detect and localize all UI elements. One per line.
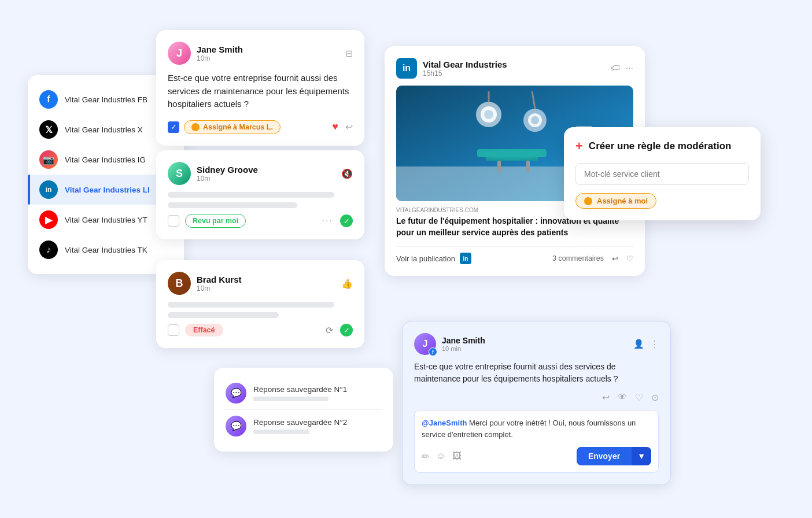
brad-avatar: B: [168, 272, 191, 295]
jb-header: J f Jane Smith 10 min 👤 ⋮: [414, 333, 659, 355]
brad-user-info: Brad Kurst 10m: [197, 275, 242, 293]
text-line-brad-1: [168, 302, 334, 308]
card-sidney-header: S Sidney Groove 10m 🔇: [168, 162, 353, 185]
sidebar-label-li: Vital Gear Industries LI: [65, 186, 150, 194]
saved-line-1: [253, 397, 329, 401]
mute-icon[interactable]: 🔇: [341, 168, 353, 179]
mod-plus-icon: +: [575, 139, 583, 154]
check-checkbox[interactable]: ✓: [168, 121, 179, 133]
card-moderation-rule: + Créer une règle de modération Assigné …: [564, 127, 761, 220]
assigned-label: Assigné à Marcus L.: [203, 123, 273, 131]
li-voir-logo: in: [460, 253, 471, 264]
refresh-icon[interactable]: ⟳: [326, 325, 333, 336]
sidney-user-info: Sidney Groove 10m: [197, 165, 258, 183]
card-jane-bottom: J f Jane Smith 10 min 👤 ⋮ Est-ce que vot…: [402, 321, 671, 485]
li-like-icon[interactable]: ♡: [626, 254, 633, 263]
card-sidney-footer: Revu par moi ··· ✓: [168, 214, 353, 228]
more-options-icon[interactable]: ···: [322, 216, 333, 226]
x-avatar-icon: 𝕏: [39, 120, 58, 139]
jb-header-icons: 👤 ⋮: [633, 339, 659, 349]
done-check-icon[interactable]: ✓: [340, 214, 353, 227]
saved-line-2: [253, 430, 309, 434]
saved-label-2: Réponse sauvegardée N°2: [253, 418, 347, 427]
ig-avatar-icon: 📷: [39, 150, 58, 169]
jb-user-time: 10 min: [442, 345, 485, 352]
jb-message: Est-ce que votre entreprise fournit auss…: [414, 361, 659, 385]
reviewed-badge[interactable]: Revu par moi: [185, 214, 246, 228]
jb-send-dropdown[interactable]: ▼: [632, 447, 651, 465]
text-line-brad-2: [168, 312, 279, 318]
jb-user-icon[interactable]: 👤: [633, 339, 644, 349]
jb-avatar-wrap: J f: [414, 333, 436, 355]
sidebar-item-tk[interactable]: ♪ Vital Gear Industries TK: [28, 235, 184, 265]
brad-user: B Brad Kurst 10m: [168, 272, 242, 295]
li-brand-name: Vital Gear Industries: [423, 60, 507, 69]
card-jane-header: J Jane Smith 10m ⊟: [168, 42, 353, 65]
jb-emoji-icon[interactable]: ☺: [436, 451, 445, 462]
jb-mention: @JaneSmith: [422, 419, 467, 427]
jane-time: 10m: [197, 54, 243, 62]
mod-assignee-dot: [584, 197, 592, 205]
li-voir-publication[interactable]: Voir la publication in: [396, 253, 471, 264]
mod-keyword-input[interactable]: [575, 163, 749, 185]
saved-response-2-info: Réponse sauvegardée N°2: [253, 418, 347, 434]
card-options-icon[interactable]: ⊟: [345, 48, 353, 59]
li-more-icon[interactable]: ···: [626, 63, 633, 73]
mod-assigned-badge[interactable]: Assigné à moi: [575, 193, 656, 209]
jb-hide-icon[interactable]: 👁: [618, 392, 627, 403]
li-header-icons: 🏷 ···: [611, 63, 633, 73]
card-jane-comment: J Jane Smith 10m ⊟ Est-ce que votre entr…: [156, 30, 364, 146]
jb-reply-text: @JaneSmith Merci pour votre inétrêt ! Ou…: [422, 417, 651, 440]
svg-point-12: [531, 116, 539, 124]
sidebar-label-tk: Vital Gear Industries TK: [65, 246, 147, 254]
assignee-dot: [191, 123, 200, 131]
li-tag-icon[interactable]: 🏷: [611, 63, 620, 73]
jb-send-button[interactable]: Envoyer: [577, 447, 632, 465]
jb-like-icon[interactable]: ♡: [635, 392, 643, 403]
assigned-badge[interactable]: Assigné à Marcus L.: [184, 120, 280, 134]
active-indicator: [28, 175, 30, 205]
li-stats: 3 commentaires ↩ ♡: [552, 254, 633, 263]
card-sidney-comment: S Sidney Groove 10m 🔇 Revu par moi ··· ✓: [156, 150, 364, 239]
sidney-checkbox[interactable]: [168, 215, 179, 227]
brad-checkbox[interactable]: [168, 324, 179, 336]
li-comments-count: 3 commentaires: [552, 254, 604, 262]
li-post-header: in Vital Gear Industries 15h15 🏷 ···: [396, 58, 633, 79]
sidney-avatar: S: [168, 162, 191, 185]
jb-action-icons: ↩ 👁 ♡ ⊙: [414, 392, 659, 403]
svg-point-16: [480, 150, 544, 160]
card-jane-user: J Jane Smith 10m: [168, 42, 243, 65]
brad-done-check-icon[interactable]: ✓: [340, 324, 353, 336]
tk-avatar-icon: ♪: [39, 240, 58, 259]
thumbsup-icon[interactable]: 👍: [341, 278, 353, 289]
saved-response-2[interactable]: 💬 Réponse sauvegardée N°2: [226, 410, 382, 442]
heart-icon[interactable]: ♥: [332, 121, 338, 133]
li-brand-info: in Vital Gear Industries 15h15: [396, 58, 507, 79]
reply-icon[interactable]: ↩: [345, 121, 353, 132]
fb-avatar-icon: f: [39, 90, 58, 109]
saved-avatar-2: 💬: [226, 416, 246, 436]
saved-avatar-1: 💬: [226, 383, 246, 404]
card-jane-footer: ✓ Assigné à Marcus L. ♥ ↩: [168, 120, 353, 134]
li-voir-label: Voir la publication: [396, 254, 455, 263]
jb-compose-icon[interactable]: ✏: [422, 451, 429, 462]
sidebar-label-x: Vital Gear Industries X: [65, 125, 143, 134]
jb-compose-icons: ✏ ☺ 🖼: [422, 451, 462, 462]
jb-image-icon[interactable]: 🖼: [452, 451, 462, 462]
card-brad-comment: B Brad Kurst 10m 👍 Effacé ⟳ ✓: [156, 260, 364, 348]
li-share-icon[interactable]: ↩: [612, 254, 618, 263]
saved-response-1[interactable]: 💬 Réponse sauvegardée N°1: [226, 377, 382, 410]
jb-reply-icon[interactable]: ↩: [602, 392, 610, 403]
jb-reply-footer: ✏ ☺ 🖼 Envoyer ▼: [422, 447, 651, 465]
card-saved-responses: 💬 Réponse sauvegardée N°1 💬 Réponse sauv…: [214, 368, 393, 452]
jb-user-name: Jane Smith: [442, 336, 485, 345]
jb-check-circle-icon[interactable]: ⊙: [651, 392, 659, 403]
brad-time: 10m: [197, 284, 242, 293]
sidebar-label-ig: Vital Gear Industries IG: [65, 156, 146, 164]
jane-name: Jane Smith: [197, 45, 243, 54]
li-post-footer: Voir la publication in 3 commentaires ↩ …: [396, 246, 633, 264]
li-brand-details: Vital Gear Industries 15h15: [423, 60, 507, 77]
jane-message: Est-ce que votre entreprise fournit auss…: [168, 72, 353, 111]
sidebar-label-yt: Vital Gear Industries YT: [65, 216, 147, 224]
jb-more-icon[interactable]: ⋮: [650, 339, 659, 349]
